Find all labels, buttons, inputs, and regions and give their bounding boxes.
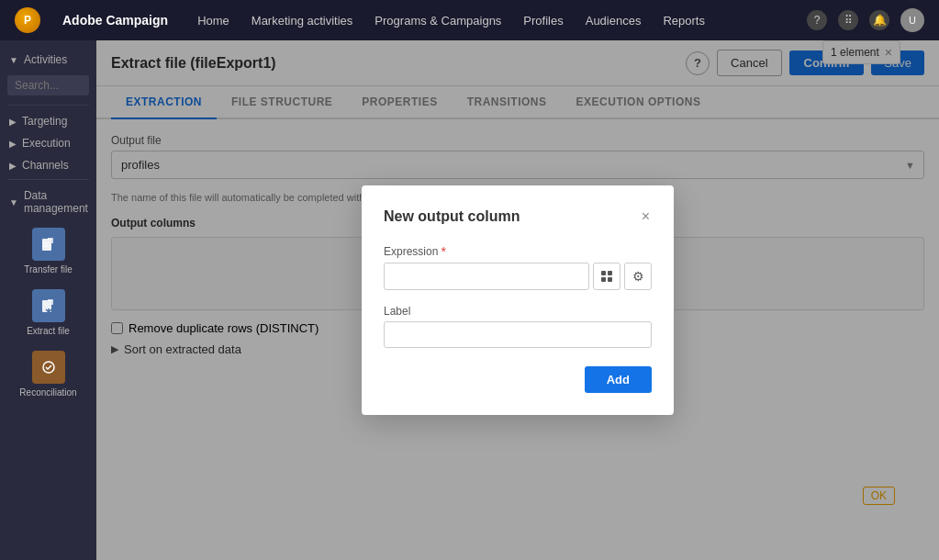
reconciliation-label: Reconciliation	[19, 387, 76, 398]
nav-audiences[interactable]: Audiences	[586, 14, 642, 28]
nav-profiles[interactable]: Profiles	[523, 14, 563, 28]
topnav: P Adobe Campaign Home Marketing activiti…	[0, 0, 939, 40]
sidebar-section-targeting[interactable]: ▶ Targeting	[0, 109, 96, 131]
content-area: Extract file (fileExport1) ? Cancel Conf…	[96, 40, 939, 560]
sidebar-execution-label: Execution	[22, 137, 71, 150]
main-layout: ▼ Activities ▶ Targeting ▶ Execution ▶ C…	[0, 40, 939, 560]
db-icon	[600, 270, 613, 283]
new-output-column-modal: New output column × Expression *	[362, 185, 674, 415]
transfer-file-icon	[32, 228, 65, 261]
label-input[interactable]	[384, 321, 652, 348]
sidebar-section-channels[interactable]: ▶ Channels	[0, 153, 96, 175]
nav-home[interactable]: Home	[197, 14, 229, 28]
svg-rect-8	[608, 277, 612, 282]
gear-icon: ⚙	[632, 269, 644, 284]
sidebar-item-transfer-file[interactable]: Transfer file	[0, 218, 96, 280]
expression-field: Expression * ⚙	[384, 244, 652, 290]
expression-db-button[interactable]	[593, 263, 620, 290]
brand-name: Adobe Campaign	[62, 13, 168, 28]
sidebar-section-execution[interactable]: ▶ Execution	[0, 131, 96, 153]
label-label: Label	[384, 305, 652, 318]
expression-gear-button[interactable]: ⚙	[624, 263, 652, 290]
sidebar-channels-label: Channels	[22, 159, 69, 172]
sidebar-section-activities[interactable]: ▼ Activities	[0, 48, 96, 70]
logo-text: P	[24, 14, 31, 27]
modal-footer: Add	[384, 366, 652, 393]
notifications-icon[interactable]: 🔔	[869, 10, 889, 30]
sidebar-section-activities-label: Activities	[24, 53, 67, 66]
svg-rect-7	[601, 277, 606, 282]
datamgmt-arrow: ▼	[9, 197, 18, 207]
help-icon[interactable]: ?	[807, 10, 827, 30]
sidebar-item-reconciliation[interactable]: Reconciliation	[0, 342, 96, 403]
sidebar: ▼ Activities ▶ Targeting ▶ Execution ▶ C…	[0, 40, 96, 560]
channels-arrow: ▶	[9, 161, 17, 171]
reconciliation-icon	[32, 351, 65, 384]
modal-overlay: New output column × Expression *	[96, 40, 939, 560]
sidebar-divider-2	[7, 179, 89, 180]
extract-file-icon	[32, 289, 65, 322]
nav-programs[interactable]: Programs & Campaigns	[374, 14, 501, 28]
expression-label: Expression	[384, 245, 438, 258]
expression-input[interactable]	[384, 263, 589, 290]
expression-label-row: Expression *	[384, 244, 652, 259]
sidebar-targeting-label: Targeting	[22, 115, 67, 128]
sidebar-section-datamgmt[interactable]: ▼ Data management	[0, 184, 96, 218]
modal-title: New output column	[384, 208, 520, 225]
execution-arrow: ▶	[9, 139, 17, 149]
modal-header: New output column ×	[384, 207, 652, 226]
nav-reports[interactable]: Reports	[663, 14, 705, 28]
svg-rect-0	[42, 239, 51, 251]
modal-close-button[interactable]: ×	[640, 207, 652, 226]
sidebar-datamgmt-label: Data management	[24, 189, 88, 215]
avatar[interactable]: U	[900, 8, 924, 32]
sidebar-search-wrap	[0, 70, 96, 101]
transfer-file-label: Transfer file	[24, 264, 72, 274]
label-field: Label	[384, 305, 652, 348]
sidebar-divider-1	[7, 105, 89, 106]
sidebar-item-extract-file[interactable]: Extract file	[0, 280, 96, 342]
extract-file-label: Extract file	[27, 326, 70, 336]
nav-marketing[interactable]: Marketing activities	[252, 14, 353, 28]
svg-rect-6	[608, 271, 612, 275]
logo-icon: P	[15, 7, 40, 33]
activities-arrow: ▼	[9, 55, 18, 65]
svg-rect-5	[601, 271, 606, 275]
expression-input-row: ⚙	[384, 263, 652, 290]
expression-required-star: *	[441, 244, 445, 259]
search-input[interactable]	[7, 75, 89, 95]
apps-icon[interactable]: ⠿	[838, 10, 858, 30]
modal-add-button[interactable]: Add	[585, 366, 652, 393]
targeting-arrow: ▶	[9, 117, 17, 127]
